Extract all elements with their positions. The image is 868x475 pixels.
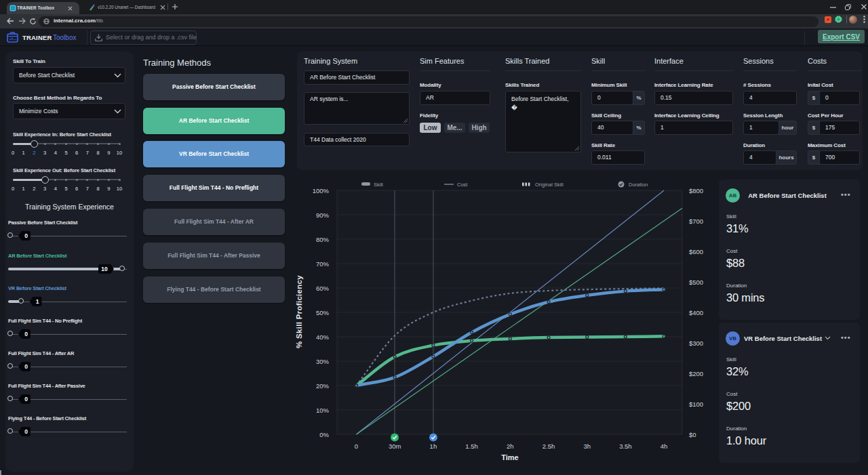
svg-text:1.5h: 1.5h	[465, 442, 478, 450]
svg-text:3h: 3h	[583, 442, 591, 450]
svg-text:50%: 50%	[316, 309, 330, 316]
svg-text:90%: 90%	[316, 211, 330, 219]
svg-text:0%: 0%	[319, 431, 329, 438]
svg-text:$100: $100	[689, 400, 703, 408]
svg-text:100%: 100%	[313, 187, 330, 194]
svg-text:10%: 10%	[316, 407, 330, 414]
svg-text:Skill: Skill	[374, 182, 383, 188]
svg-text:Cost: Cost	[457, 182, 468, 188]
svg-text:Duration: Duration	[629, 182, 648, 188]
svg-text:80%: 80%	[316, 236, 330, 243]
svg-text:20%: 20%	[316, 382, 330, 390]
svg-text:0: 0	[355, 442, 358, 450]
svg-text:4h: 4h	[660, 442, 668, 450]
svg-text:$300: $300	[689, 339, 703, 347]
svg-text:60%: 60%	[316, 285, 330, 292]
svg-text:40%: 40%	[316, 333, 330, 341]
svg-text:$700: $700	[689, 218, 703, 225]
svg-text:2.5h: 2.5h	[542, 442, 555, 450]
svg-text:Original Skill: Original Skill	[535, 182, 564, 188]
svg-text:30%: 30%	[316, 358, 330, 365]
svg-text:70%: 70%	[316, 260, 330, 268]
svg-text:3.5h: 3.5h	[619, 442, 632, 450]
svg-text:% Skill Proficiency: % Skill Proficiency	[295, 275, 303, 348]
svg-text:$800: $800	[689, 187, 703, 194]
svg-text:1h: 1h	[430, 442, 437, 450]
svg-text:$500: $500	[689, 278, 703, 286]
svg-text:$200: $200	[689, 370, 703, 377]
svg-text:$600: $600	[689, 248, 703, 255]
svg-text:$0: $0	[689, 431, 696, 438]
svg-text:2h: 2h	[507, 442, 514, 450]
svg-text:30m: 30m	[389, 442, 401, 450]
svg-text:$400: $400	[689, 309, 703, 316]
svg-text:Time: Time	[501, 453, 518, 461]
